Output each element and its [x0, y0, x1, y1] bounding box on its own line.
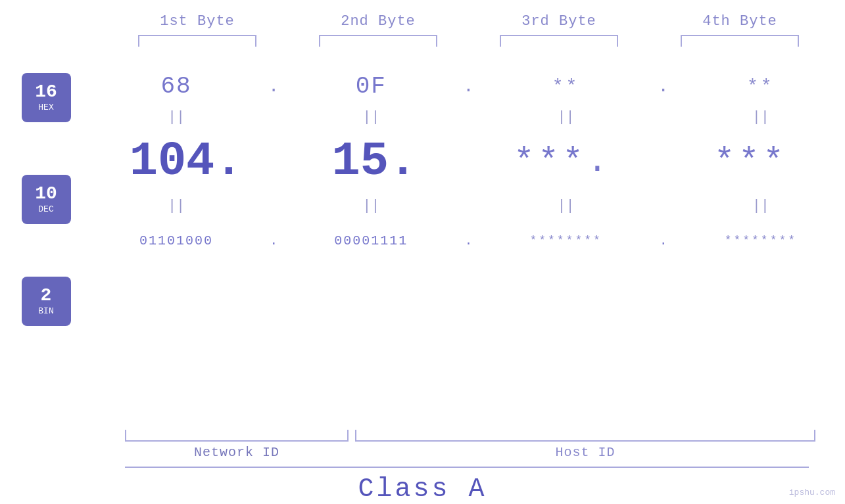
dec-dot1: .: [214, 135, 243, 189]
hex-b1-cell: 68: [92, 73, 260, 100]
hex-b4-value: **: [747, 76, 775, 97]
header-byte3: 3rd Byte: [469, 13, 650, 30]
bin-b4-cell: ********: [677, 234, 845, 247]
bin-sep1: .: [260, 233, 287, 248]
eq1-b2: ||: [287, 109, 455, 126]
bin-b3-cell: ********: [482, 234, 650, 247]
bin-b1-cell: 01101000: [92, 233, 260, 248]
eq2-b4: ||: [677, 198, 845, 214]
labels-row: Network ID Host ID: [92, 445, 815, 460]
eq1-b2-sym: ||: [362, 109, 379, 126]
top-brackets-row: [107, 35, 831, 47]
bracket-b3: [469, 35, 650, 47]
hex-badge-number: 16: [35, 83, 57, 101]
main-container: 1st Byte 2nd Byte 3rd Byte 4th Byte 16 H…: [0, 0, 845, 504]
hex-sep2: .: [456, 76, 482, 97]
bracket-line-b1: [138, 35, 256, 47]
bin-row: 01101000 . 00001111 . ******** . *******…: [92, 218, 845, 263]
hex-b4-cell: **: [677, 76, 845, 97]
bracket-b1: [107, 35, 288, 47]
eq1-b4-sym: ||: [752, 109, 769, 126]
bin-b4-value: ********: [725, 234, 797, 247]
host-id-label: Host ID: [355, 445, 815, 460]
hex-row: 68 . 0F . ** . **: [92, 66, 845, 106]
bin-badge-label: BIN: [38, 306, 53, 316]
content-area: 16 HEX 10 DEC 2 BIN 68 . 0F: [0, 53, 845, 426]
eq2-b1-sym: ||: [168, 198, 185, 214]
bin-badge: 2 BIN: [22, 277, 71, 326]
eq1-b3-sym: ||: [557, 109, 574, 126]
bin-b2-value: 00001111: [334, 233, 408, 248]
bottom-section: Network ID Host ID: [0, 430, 845, 460]
bracket-line-b3: [500, 35, 618, 47]
bin-b3-value: ********: [529, 234, 602, 247]
eq1-b4: ||: [677, 109, 845, 126]
hex-b2-cell: 0F: [287, 73, 455, 100]
eq2-b1: ||: [92, 198, 260, 214]
bottom-bracket-right: [355, 430, 815, 442]
hex-b2-value: 0F: [356, 73, 387, 100]
bin-b1-value: 01101000: [139, 233, 213, 248]
headers-row: 1st Byte 2nd Byte 3rd Byte 4th Byte: [107, 13, 831, 30]
dec-b3-value: ***.: [514, 143, 612, 181]
dec-b2-value: 15: [332, 135, 389, 189]
bottom-bracket-left: [125, 430, 349, 442]
hex-b3-value: **: [552, 76, 580, 97]
dec-b4-cell: ***: [657, 143, 845, 181]
bottom-brackets-row: [92, 430, 815, 442]
bracket-b4: [650, 35, 831, 47]
hex-badge: 16 HEX: [22, 73, 71, 122]
dec-badge: 10 DEC: [22, 175, 71, 224]
dec-badge-label: DEC: [38, 204, 53, 214]
watermark: ipshu.com: [789, 488, 835, 497]
hex-sep1: .: [260, 76, 287, 97]
eq-row-2: || || || ||: [92, 195, 845, 218]
dec-b3-cell: ***.: [469, 143, 657, 181]
bracket-line-b2: [319, 35, 437, 47]
hex-sep3: .: [650, 76, 677, 97]
badges-column: 16 HEX 10 DEC 2 BIN: [0, 53, 92, 426]
dec-badge-number: 10: [35, 185, 57, 203]
bin-sep3: .: [650, 233, 677, 248]
bin-sep2: .: [456, 233, 482, 248]
eq2-b3: ||: [482, 198, 650, 214]
class-label: Class A: [0, 474, 845, 504]
header-byte1: 1st Byte: [107, 13, 288, 30]
bracket-line-b4: [681, 35, 799, 47]
eq1-b1-sym: ||: [168, 109, 185, 126]
hex-b1-value: 68: [161, 73, 192, 100]
eq2-b3-sym: ||: [557, 198, 574, 214]
eq-row-1: || || || ||: [92, 106, 845, 129]
bracket-b2: [288, 35, 469, 47]
outer-bracket: [125, 467, 809, 468]
dec-row: 104 . 15 . ***. ***: [92, 129, 845, 195]
hex-badge-label: HEX: [38, 103, 53, 112]
eq1-b3: ||: [482, 109, 650, 126]
dec-dot2: .: [389, 135, 417, 189]
eq2-b2: ||: [287, 198, 455, 214]
eq2-b4-sym: ||: [752, 198, 769, 214]
data-section: 68 . 0F . ** . ** ||: [92, 53, 845, 426]
header-byte2: 2nd Byte: [288, 13, 469, 30]
hex-b3-cell: **: [482, 76, 650, 97]
dec-b1-cell: 104 .: [92, 135, 280, 189]
dec-b1-value: 104: [130, 135, 215, 189]
dec-b4-value: ***: [714, 143, 788, 181]
class-section: Class A: [0, 467, 845, 504]
bin-badge-number: 2: [41, 286, 52, 305]
network-id-label: Network ID: [125, 445, 349, 460]
eq1-b1: ||: [92, 109, 260, 126]
header-byte4: 4th Byte: [650, 13, 831, 30]
bin-b2-cell: 00001111: [287, 233, 455, 248]
dec-b2-cell: 15 .: [280, 135, 468, 189]
eq2-b2-sym: ||: [362, 198, 379, 214]
